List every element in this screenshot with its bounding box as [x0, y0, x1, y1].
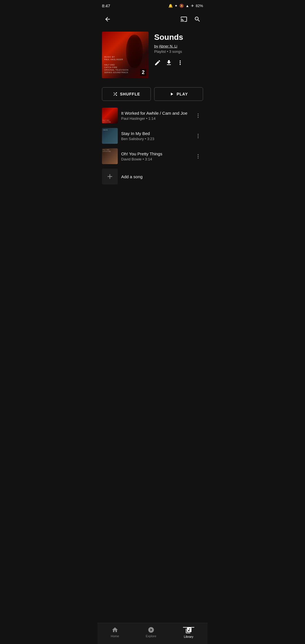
song-item-3[interactable]: HALT ANDCATCH FIRE Oh! You Pretty Things…	[97, 146, 208, 166]
more-options-button[interactable]	[177, 59, 184, 68]
song-count: 3 songs	[169, 49, 182, 54]
song-item-2[interactable]: DEVS Stay In My Bed Ben Salisbury • 3:23	[97, 126, 208, 146]
add-song-label: Add a song	[121, 174, 143, 179]
back-button[interactable]	[102, 14, 113, 25]
playback-controls: SHUFFLE PLAY	[97, 85, 208, 105]
playlist-author: by Abner N. Li	[154, 44, 203, 48]
tab-home-label: Home	[111, 634, 119, 638]
song-artist-2: Ben Salisbury	[121, 137, 144, 141]
song-more-button-2[interactable]	[193, 131, 203, 141]
song-thumb-2: DEVS	[102, 128, 118, 144]
add-song-item[interactable]: Add a song	[97, 166, 208, 187]
thumb-text-3: HALT ANDCATCH FIRE	[103, 149, 111, 152]
tab-library[interactable]: Library	[176, 625, 201, 639]
alarm-icon: 🔔	[168, 4, 173, 8]
album-art: MUSIC BYPAUL HASLINGERHALT ANDCATCH FIRE…	[102, 32, 149, 78]
author-by-label: by	[154, 44, 158, 48]
wifi-icon: ▲	[186, 4, 189, 8]
shuffle-label: SHUFFLE	[120, 92, 140, 96]
airplane-icon: ✈	[191, 4, 194, 8]
download-button[interactable]	[165, 59, 172, 68]
song-duration-1: 1:14	[148, 116, 155, 121]
play-button[interactable]: PLAY	[154, 87, 203, 101]
tab-library-label: Library	[184, 635, 193, 638]
thumb-inner-3: HALT ANDCATCH FIRE	[102, 148, 118, 164]
battery-text: 82%	[196, 4, 203, 8]
song-thumb-1: HALT ANDCATCH FIRE	[102, 108, 118, 123]
album-volume-badge: 2	[140, 69, 146, 76]
three-dots-icon-1	[198, 114, 199, 118]
song-list: HALT ANDCATCH FIRE It Worked for Awhile …	[97, 105, 208, 209]
status-bar: 8:47 🔔 ✦ 🔕 ▲ ✈ 82%	[97, 0, 208, 11]
song-thumb-3: HALT ANDCATCH FIRE	[102, 148, 118, 164]
meta-separator: •	[167, 49, 169, 54]
status-icons: 🔔 ✦ 🔕 ▲ ✈ 82%	[168, 4, 203, 8]
song-subtitle-3: David Bowie • 3:14	[121, 157, 189, 161]
top-nav	[97, 11, 208, 27]
song-title-3: Oh! You Pretty Things	[121, 151, 189, 156]
song-artist-3: David Bowie	[121, 157, 141, 161]
hero-section: MUSIC BYPAUL HASLINGERHALT ANDCATCH FIRE…	[97, 27, 208, 85]
add-song-thumb	[102, 169, 118, 184]
more-icon	[177, 59, 184, 68]
tab-explore-label: Explore	[146, 634, 156, 638]
author-name[interactable]: Abner N. Li	[159, 44, 177, 48]
play-label: PLAY	[177, 92, 188, 96]
song-subtitle-2: Ben Salisbury • 3:23	[121, 137, 189, 141]
thumb-text-1: HALT ANDCATCH FIRE	[103, 119, 111, 123]
song-title-1: It Worked for Awhile / Cam and Joe	[121, 111, 189, 116]
song-duration-2: 3:23	[147, 137, 154, 141]
song-more-button-1[interactable]	[193, 110, 203, 121]
shuffle-button[interactable]: SHUFFLE	[102, 87, 151, 101]
song-artist-1: Paul Haslinger	[121, 116, 145, 121]
nav-actions	[178, 14, 203, 25]
song-subtitle-1: Paul Haslinger • 1:14	[121, 116, 189, 121]
song-more-button-3[interactable]	[193, 151, 203, 161]
thumb-inner-1: HALT ANDCATCH FIRE	[102, 108, 118, 123]
cast-button[interactable]	[178, 14, 189, 25]
edit-button[interactable]	[154, 59, 161, 68]
three-dots-icon-3	[198, 154, 199, 158]
song-item-1[interactable]: HALT ANDCATCH FIRE It Worked for Awhile …	[97, 105, 208, 126]
song-title-2: Stay In My Bed	[121, 131, 189, 136]
bluetooth-icon: ✦	[175, 4, 178, 8]
song-separator-3: •	[143, 157, 145, 161]
three-dots-icon-2	[198, 134, 199, 138]
song-details-3: Oh! You Pretty Things David Bowie • 3:14	[121, 151, 189, 161]
mute-icon: 🔕	[179, 4, 184, 8]
search-button[interactable]	[192, 14, 203, 25]
playlist-meta: Playlist • 3 songs	[154, 49, 203, 54]
song-details-1: It Worked for Awhile / Cam and Joe Paul …	[121, 111, 189, 121]
action-buttons	[154, 59, 203, 68]
tab-explore[interactable]: Explore	[139, 625, 163, 639]
download-icon	[165, 59, 172, 68]
song-details-2: Stay In My Bed Ben Salisbury • 3:23	[121, 131, 189, 141]
song-separator-2: •	[145, 137, 147, 141]
song-duration-3: 3:14	[145, 157, 152, 161]
bottom-nav: Home Explore Library	[97, 623, 208, 644]
status-time: 8:47	[102, 3, 110, 8]
thumb-inner-2: DEVS	[102, 128, 118, 144]
hero-info: Sounds by Abner N. Li Playlist • 3 songs	[154, 32, 203, 68]
tab-home[interactable]: Home	[104, 625, 126, 639]
edit-icon	[154, 59, 161, 68]
meta-type: Playlist	[154, 49, 166, 54]
playlist-title: Sounds	[154, 33, 203, 42]
thumb-text-2: DEVS	[103, 129, 108, 131]
